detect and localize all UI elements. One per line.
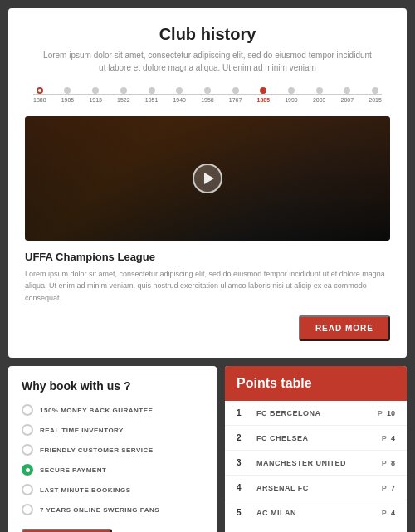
why-book-title: Why book with us ? xyxy=(22,379,203,393)
points-rank: 3 xyxy=(237,458,250,467)
timeline-dot xyxy=(149,87,155,94)
radio-circle xyxy=(22,504,33,515)
radio-item[interactable]: 150% MONEY BACK GURANTEE xyxy=(22,404,203,416)
points-p-label: P xyxy=(382,484,388,492)
points-rank: 5 xyxy=(237,508,250,517)
points-team: FC CHELSEA xyxy=(250,434,382,442)
uffa-title: UFFA Champions League xyxy=(25,251,390,263)
timeline-year-label: 2015 xyxy=(369,97,382,103)
timeline-year-item[interactable]: 1905 xyxy=(61,87,75,103)
play-button[interactable] xyxy=(193,164,222,193)
book-now-button[interactable]: BOOK NOW xyxy=(22,529,112,532)
timeline-year-item[interactable]: 1767 xyxy=(229,87,242,103)
timeline-dot xyxy=(232,87,239,94)
points-row: 1FC BERCELONAP 10 xyxy=(225,401,407,426)
points-table-header: Points table xyxy=(225,366,407,401)
radio-circle xyxy=(22,484,33,495)
radio-list: 150% MONEY BACK GURANTEEREAL TIME INVENT… xyxy=(22,404,203,515)
points-row: 3MANCHESTER UNITEDP 8 xyxy=(225,451,407,476)
timeline-year-label: 1905 xyxy=(61,97,75,103)
timeline-dot xyxy=(120,87,127,94)
points-table-card: Points table 1FC BERCELONAP 102FC CHELSE… xyxy=(225,366,407,532)
timeline-year-label: 2007 xyxy=(341,97,354,103)
timeline-year-item[interactable]: 1940 xyxy=(173,87,186,103)
points-team: AC MILAN xyxy=(250,509,382,517)
club-history-subtitle: Lorem ipsum dolor sit amet, consectetur … xyxy=(25,49,390,74)
club-history-card: Club history Lorem ipsum dolor sit amet,… xyxy=(8,8,407,358)
radio-item[interactable]: FRIENDLY CUSTOMER SERVICE xyxy=(22,444,203,456)
timeline-year-label: 1958 xyxy=(201,97,214,103)
points-p-label: P xyxy=(382,459,388,467)
points-p-label: P xyxy=(382,434,388,442)
timeline-year-label: 1767 xyxy=(229,97,242,103)
play-icon xyxy=(204,173,214,184)
timeline-year-item[interactable]: 2007 xyxy=(341,87,354,103)
timeline-year-item[interactable]: 1885 xyxy=(257,87,271,103)
timeline-year-item[interactable]: 1951 xyxy=(145,87,159,103)
timeline-year-label: 1913 xyxy=(89,97,102,103)
points-rank: 4 xyxy=(237,483,250,492)
timeline-dot xyxy=(316,87,323,94)
timeline-dot xyxy=(204,87,211,94)
points-score: P 8 xyxy=(382,459,395,467)
points-score: P 4 xyxy=(382,434,395,442)
timeline-year-label: 1999 xyxy=(285,97,298,103)
points-p-label: P xyxy=(378,409,384,417)
timeline-dot xyxy=(372,87,378,94)
radio-item[interactable]: REAL TIME INVENTORY xyxy=(22,424,203,436)
timeline-year-label: 1885 xyxy=(257,97,271,103)
radio-label: 150% MONEY BACK GURANTEE xyxy=(40,407,153,414)
timeline-year-item[interactable]: 1913 xyxy=(89,87,102,103)
radio-circle xyxy=(22,464,33,476)
timeline-year-label: 2003 xyxy=(313,97,326,103)
read-more-button[interactable]: READ MORE xyxy=(299,315,390,341)
radio-item[interactable]: SECURE PAYMENT xyxy=(22,464,203,476)
why-book-card: Why book with us ? 150% MONEY BACK GURAN… xyxy=(8,366,217,532)
outer-container: Club history Lorem ipsum dolor sit amet,… xyxy=(0,0,415,532)
timeline-year-item[interactable]: 1888 xyxy=(33,87,46,103)
timeline-year-item[interactable]: 1958 xyxy=(201,87,214,103)
bottom-section: Why book with us ? 150% MONEY BACK GURAN… xyxy=(8,366,407,532)
radio-label: 7 YEARS ONLINE SWERING FANS xyxy=(40,506,159,514)
points-p-label: P xyxy=(382,509,388,517)
points-table-body: 1FC BERCELONAP 102FC CHELSEAP 43MANCHEST… xyxy=(225,401,407,525)
points-team: FC BERCELONA xyxy=(250,409,378,417)
radio-label: LAST MINUTE BOOKINGS xyxy=(40,486,131,494)
timeline-year-label: 1888 xyxy=(33,97,46,103)
video-thumbnail[interactable] xyxy=(25,116,390,241)
radio-circle xyxy=(22,444,33,456)
radio-label: REAL TIME INVENTORY xyxy=(40,427,124,434)
club-history-title: Club history xyxy=(25,25,390,44)
points-rank: 1 xyxy=(237,408,250,417)
points-team: MANCHESTER UNITED xyxy=(250,459,382,467)
radio-label: FRIENDLY CUSTOMER SERVICE xyxy=(40,447,154,454)
timeline-year-item[interactable]: 2003 xyxy=(313,87,326,103)
timeline-dot xyxy=(37,87,43,94)
points-score: P 10 xyxy=(378,409,395,417)
radio-circle xyxy=(22,404,33,416)
timeline-year-item[interactable]: 1999 xyxy=(285,87,298,103)
points-table-title: Points table xyxy=(237,376,312,390)
timeline-years: 1888190519131522195119401958176718851999… xyxy=(33,87,382,103)
points-rank: 2 xyxy=(237,433,250,442)
points-team: ARSENAL FC xyxy=(250,484,382,492)
radio-label: SECURE PAYMENT xyxy=(40,466,106,474)
timeline: 1888190519131522195119401958176718851999… xyxy=(25,87,390,103)
points-row: 4ARSENAL FCP 7 xyxy=(225,476,407,500)
radio-item[interactable]: LAST MINUTE BOOKINGS xyxy=(22,484,203,495)
timeline-year-label: 1951 xyxy=(145,97,159,103)
points-score: P 7 xyxy=(382,484,395,492)
points-row: 2FC CHELSEAP 4 xyxy=(225,426,407,451)
timeline-dot xyxy=(64,87,71,94)
timeline-year-label: 1940 xyxy=(173,97,186,103)
points-row: 5AC MILANP 4 xyxy=(225,500,407,525)
timeline-year-item[interactable]: 1522 xyxy=(117,87,130,103)
timeline-year-label: 1522 xyxy=(117,97,130,103)
uffa-section: UFFA Champions League Lorem ipsum dolor … xyxy=(25,251,390,341)
radio-item[interactable]: 7 YEARS ONLINE SWERING FANS xyxy=(22,504,203,515)
timeline-dot xyxy=(92,87,99,94)
timeline-dot xyxy=(176,87,183,94)
timeline-year-item[interactable]: 2015 xyxy=(369,87,382,103)
radio-circle xyxy=(22,424,33,436)
timeline-dot xyxy=(260,87,266,94)
